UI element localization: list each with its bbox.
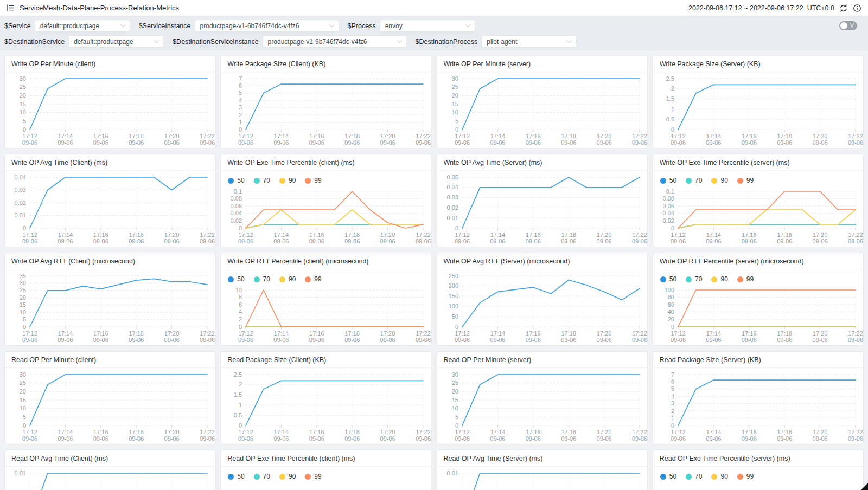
destination-process-select[interactable]: pilot-agent — [481, 35, 577, 48]
svg-text:09-06: 09-06 — [274, 337, 289, 343]
legend-item-70[interactable]: 70 — [254, 473, 270, 480]
legend-item-50[interactable]: 50 — [228, 473, 244, 480]
svg-text:0: 0 — [23, 422, 26, 429]
svg-text:09-06: 09-06 — [706, 435, 721, 442]
legend-item-70[interactable]: 70 — [686, 473, 702, 480]
legend-item-90[interactable]: 90 — [279, 473, 296, 480]
svg-text:09-06: 09-06 — [671, 238, 686, 244]
chart-plot: 17:1209-0617:1409-0617:1609-0617:1809-06… — [5, 171, 215, 247]
svg-text:09-06: 09-06 — [454, 238, 469, 244]
svg-text:30: 30 — [20, 75, 26, 82]
svg-text:17:16: 17:16 — [526, 133, 541, 139]
legend-item-70[interactable]: 70 — [686, 275, 702, 283]
legend-item-90[interactable]: 90 — [279, 275, 296, 283]
svg-text:17:14: 17:14 — [274, 231, 289, 238]
svg-text:10: 10 — [20, 309, 26, 315]
svg-text:17:16: 17:16 — [93, 133, 108, 139]
svg-text:30: 30 — [451, 75, 458, 82]
legend-item-90[interactable]: 90 — [279, 177, 296, 184]
destination-service-select[interactable]: default::productpage — [68, 35, 164, 48]
svg-text:09-06: 09-06 — [238, 139, 253, 146]
svg-text:150: 150 — [448, 293, 458, 299]
legend-item-99[interactable]: 99 — [305, 473, 321, 480]
svg-text:09-06: 09-06 — [58, 139, 73, 146]
filterbar: $Service default::productpage $ServiceIn… — [0, 16, 868, 51]
legend-dot — [686, 178, 692, 184]
svg-text:09-06: 09-06 — [309, 337, 324, 343]
chart-card: Read OP Per Minute (server) 17:1209-0617… — [437, 351, 648, 444]
svg-text:17:22: 17:22 — [416, 330, 431, 337]
svg-text:17:20: 17:20 — [164, 330, 180, 337]
chart-card: Write OP RTT Percentile (server) (micros… — [653, 253, 864, 346]
legend-item-99[interactable]: 99 — [737, 275, 754, 283]
legend-item-99[interactable]: 99 — [737, 177, 754, 184]
chart-card: Write OP RTT Percentile (client) (micros… — [220, 253, 431, 346]
version-toggle[interactable]: V — [839, 21, 857, 30]
svg-text:17:20: 17:20 — [813, 429, 828, 435]
svg-text:20: 20 — [668, 316, 674, 323]
svg-text:09-06: 09-06 — [58, 337, 73, 343]
svg-text:17:22: 17:22 — [848, 330, 863, 337]
legend-item-50[interactable]: 50 — [660, 473, 676, 480]
destination-service-instance-select[interactable]: productpage-v1-6b746f74dc-v4fz6 — [263, 35, 407, 48]
legend-dot — [305, 276, 311, 282]
legend-item-99[interactable]: 99 — [305, 275, 321, 283]
svg-text:17:20: 17:20 — [596, 429, 611, 435]
svg-text:20: 20 — [20, 294, 26, 301]
chart-plot: 17:1209-0617:1409-0617:1609-0617:1809-06… — [221, 283, 431, 345]
legend-item-70[interactable]: 70 — [686, 177, 702, 184]
svg-text:17:18: 17:18 — [561, 429, 576, 435]
svg-text:09-06: 09-06 — [129, 139, 144, 146]
time-range-picker[interactable]: 2022-09-06 17:12 ~ 2022-09-06 17:22 UTC+… — [688, 4, 834, 12]
svg-text:2.5: 2.5 — [234, 371, 242, 378]
svg-text:09-06: 09-06 — [93, 238, 108, 244]
svg-text:09-06: 09-06 — [596, 435, 611, 442]
svg-text:0.02: 0.02 — [446, 204, 458, 211]
service-instance-select[interactable]: productpage-v1-6b746f74dc-v4fz6 — [195, 20, 339, 32]
svg-text:09-06: 09-06 — [129, 238, 144, 244]
svg-text:17:14: 17:14 — [58, 231, 73, 238]
legend-dot — [660, 276, 666, 282]
svg-text:09-06: 09-06 — [525, 238, 540, 244]
svg-text:09-06: 09-06 — [200, 139, 215, 146]
toggle-knob — [840, 22, 847, 29]
dashboard-list-icon[interactable] — [7, 4, 15, 12]
legend-item-50[interactable]: 50 — [660, 275, 676, 283]
svg-text:09-06: 09-06 — [561, 238, 576, 244]
svg-text:09-06: 09-06 — [164, 337, 180, 343]
svg-text:1.5: 1.5 — [666, 95, 674, 102]
svg-text:09-06: 09-06 — [671, 337, 686, 343]
svg-text:50: 50 — [451, 313, 458, 320]
svg-text:2: 2 — [239, 112, 242, 118]
svg-text:0.04: 0.04 — [231, 210, 242, 216]
legend-item-99[interactable]: 99 — [305, 177, 321, 184]
legend-item-50[interactable]: 50 — [660, 177, 676, 184]
refresh-icon[interactable] — [839, 4, 848, 12]
chart-title: Write OP Exe Time Percentile (client) (m… — [221, 154, 431, 171]
legend-dot — [711, 474, 717, 480]
legend-item-70[interactable]: 70 — [254, 275, 270, 283]
legend-item-50[interactable]: 50 — [228, 177, 244, 184]
svg-text:0.5: 0.5 — [666, 116, 674, 122]
info-icon[interactable] — [853, 4, 861, 12]
legend-item-90[interactable]: 90 — [711, 275, 727, 283]
chart-legend: 50709099 — [653, 171, 863, 185]
legend-item-70[interactable]: 70 — [254, 177, 270, 184]
legend-item-90[interactable]: 90 — [711, 473, 727, 480]
legend-item-90[interactable]: 90 — [711, 177, 727, 184]
destination-service-label: $DestinationService — [4, 38, 65, 46]
svg-text:09-06: 09-06 — [93, 139, 108, 146]
svg-text:09-06: 09-06 — [490, 435, 505, 442]
svg-text:17:12: 17:12 — [671, 133, 686, 139]
service-select[interactable]: default::productpage — [35, 20, 130, 32]
svg-text:17:16: 17:16 — [93, 330, 108, 337]
process-select[interactable]: envoy — [380, 20, 475, 32]
legend-item-99[interactable]: 99 — [737, 473, 754, 480]
legend-dot — [711, 276, 717, 282]
svg-text:17:18: 17:18 — [129, 133, 144, 139]
chart-plot: 17:1209-0617:1409-0617:1609-0617:1809-06… — [437, 72, 647, 148]
legend-item-50[interactable]: 50 — [228, 275, 244, 283]
chart-title: Write Package Size (Server) (KB) — [653, 56, 863, 72]
svg-text:09-06: 09-06 — [129, 435, 144, 442]
svg-text:17:22: 17:22 — [632, 231, 647, 238]
